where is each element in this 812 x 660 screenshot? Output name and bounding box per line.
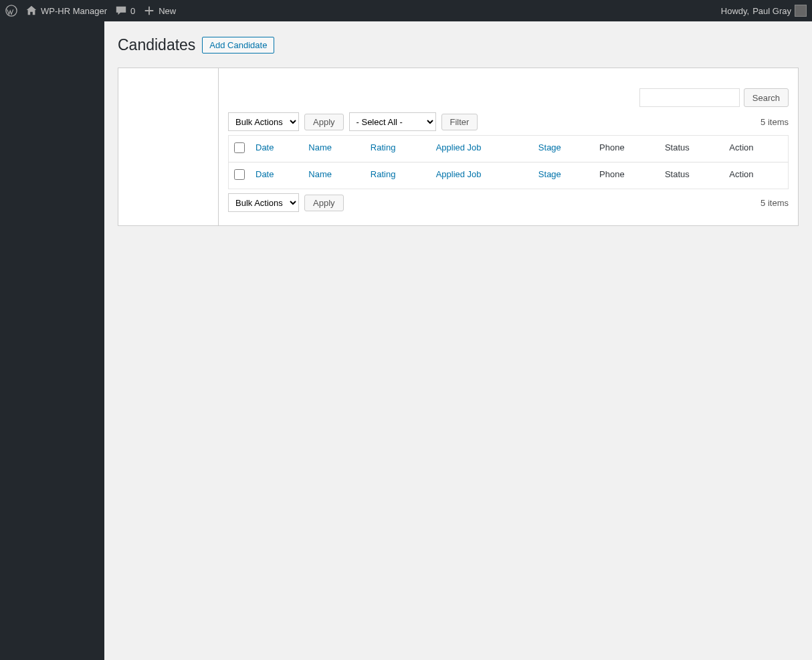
col-phone: Phone: [594, 136, 659, 162]
new-label: New: [159, 6, 176, 16]
select-all-checkbox-bottom[interactable]: [234, 169, 245, 180]
col-name-foot[interactable]: Name: [303, 162, 365, 189]
avatar: [795, 5, 807, 17]
col-rating-foot[interactable]: Rating: [365, 162, 431, 189]
comment-icon: [115, 5, 127, 17]
user-name: Paul Gray: [752, 6, 791, 16]
wp-logo-icon[interactable]: [5, 5, 17, 17]
col-date[interactable]: Date: [250, 136, 303, 162]
comments-count: 0: [130, 6, 135, 16]
search-input[interactable]: [639, 88, 740, 107]
filter-tabs: [118, 68, 218, 226]
candidates-panel: Search Bulk Actions Apply - Select All -…: [218, 68, 799, 226]
apply-bulk-button[interactable]: Apply: [304, 114, 344, 130]
col-date-foot[interactable]: Date: [250, 162, 303, 189]
search-button[interactable]: Search: [744, 88, 789, 107]
col-applied-job-foot[interactable]: Applied Job: [431, 162, 533, 189]
col-status-foot: Status: [659, 162, 724, 189]
admin-sidebar: [0, 21, 104, 660]
site-link[interactable]: WP-HR Manager: [25, 5, 107, 17]
howdy-prefix: Howdy,: [721, 6, 749, 16]
col-applied-job[interactable]: Applied Job: [431, 136, 533, 162]
new-content-link[interactable]: New: [143, 5, 176, 17]
select-all-checkbox[interactable]: [234, 142, 245, 153]
add-candidate-button[interactable]: Add Candidate: [202, 37, 274, 53]
col-phone-foot: Phone: [594, 162, 659, 189]
col-stage-foot[interactable]: Stage: [533, 162, 594, 189]
page-title: Candidates: [118, 36, 195, 54]
col-action-foot: Action: [724, 162, 788, 189]
filter-select[interactable]: - Select All -: [349, 112, 436, 131]
user-menu[interactable]: Howdy, Paul Gray: [721, 5, 807, 17]
col-action: Action: [724, 136, 788, 162]
comments-link[interactable]: 0: [115, 5, 135, 17]
col-rating[interactable]: Rating: [365, 136, 431, 162]
plus-icon: [143, 5, 155, 17]
bulk-actions-select[interactable]: Bulk Actions: [228, 112, 299, 131]
site-name: WP-HR Manager: [41, 6, 107, 16]
home-icon: [25, 5, 37, 17]
admin-bar: WP-HR Manager 0 New Howdy, Paul Gray: [0, 0, 812, 21]
col-status: Status: [659, 136, 724, 162]
filter-button[interactable]: Filter: [441, 114, 478, 130]
main-content: Candidates Add Candidate Search Bulk Act…: [104, 21, 812, 660]
bulk-actions-select-bottom[interactable]: Bulk Actions: [228, 193, 299, 212]
col-stage[interactable]: Stage: [533, 136, 594, 162]
apply-bulk-button-bottom[interactable]: Apply: [304, 195, 344, 211]
col-name[interactable]: Name: [303, 136, 365, 162]
candidates-table: Date Name Rating Applied Job Stage Phone…: [228, 135, 789, 189]
items-count-bottom: 5 items: [760, 198, 789, 208]
items-count-top: 5 items: [760, 117, 789, 127]
